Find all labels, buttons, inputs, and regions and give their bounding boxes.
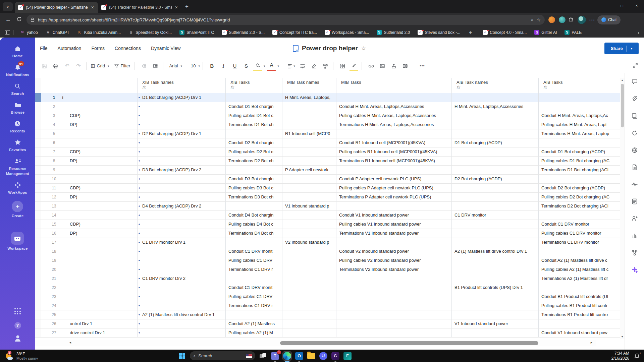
highlight-icon[interactable] bbox=[349, 61, 359, 71]
grid-cell[interactable]: ◄ bbox=[138, 229, 226, 238]
grid-cell[interactable] bbox=[67, 102, 138, 111]
grid-cell[interactable]: ◄ bbox=[138, 283, 226, 292]
grid-cell[interactable]: DP) bbox=[67, 193, 138, 201]
grid-cell[interactable] bbox=[282, 175, 336, 183]
grid-cell[interactable]: ◄ bbox=[138, 193, 226, 201]
grid-cell[interactable] bbox=[67, 175, 138, 183]
create-form-icon[interactable] bbox=[631, 164, 638, 172]
grid-cell[interactable]: ◄ bbox=[138, 138, 226, 147]
grid-cell[interactable] bbox=[336, 93, 452, 102]
underline-button[interactable]: U bbox=[230, 61, 240, 71]
grid-cell[interactable]: Conduit V1 Inbound standard pow bbox=[539, 328, 620, 337]
bookmark-item[interactable]: ✻ ChatGPT bbox=[46, 30, 69, 35]
side-panel-icon[interactable] bbox=[5, 30, 10, 35]
link-icon[interactable] bbox=[366, 61, 376, 71]
weather-widget[interactable]: 1 38°F Mostly sunny bbox=[5, 352, 72, 360]
favorite-star-icon[interactable]: ☆ bbox=[361, 45, 366, 52]
grid-cell[interactable] bbox=[67, 274, 138, 283]
grid-cell[interactable] bbox=[67, 256, 138, 265]
bookmark-item[interactable]: G Glitter AI bbox=[534, 30, 557, 35]
grid-cell[interactable]: ◄ bbox=[138, 328, 226, 337]
column-header-mib-tasks[interactable]: MIB Tasks bbox=[336, 78, 452, 93]
grid-cell[interactable] bbox=[282, 229, 336, 238]
grid-cell[interactable] bbox=[67, 238, 138, 247]
grid-cell[interactable]: ◄ bbox=[138, 220, 226, 229]
row-number[interactable]: 25⋮ bbox=[41, 310, 67, 319]
grid-cell[interactable]: ◄ bbox=[138, 319, 226, 328]
grid-cell[interactable] bbox=[67, 310, 138, 319]
grid-cell[interactable]: ◄ bbox=[138, 147, 226, 156]
grid-cell[interactable] bbox=[282, 310, 336, 319]
row-handle[interactable] bbox=[35, 184, 41, 192]
row-number[interactable]: 19⋮ bbox=[41, 256, 67, 265]
sidebar-item-search[interactable]: Search bbox=[11, 82, 24, 96]
grid-cell[interactable]: Pulling cables R1 Inbound cell (MCP0001)… bbox=[336, 147, 452, 156]
grid-cell[interactable]: D2 Bot charging (ACDP) bbox=[452, 175, 539, 183]
more-options-icon[interactable]: ••• bbox=[417, 61, 427, 71]
grid-cell[interactable] bbox=[226, 310, 282, 319]
grid-cell[interactable] bbox=[67, 129, 138, 138]
grid-cell[interactable]: Conduit D2 Bot chargin bbox=[226, 138, 282, 147]
grid-cell[interactable] bbox=[282, 193, 336, 201]
grid-cell[interactable] bbox=[452, 301, 539, 310]
forms-app[interactable]: F bbox=[343, 352, 352, 360]
grid-cell[interactable] bbox=[452, 220, 539, 229]
vertical-scrollbar[interactable]: ▲ ▼ bbox=[620, 78, 625, 339]
teams-app[interactable]: T 1 bbox=[271, 352, 279, 360]
bookmark-item[interactable]: ✉ yahoo bbox=[20, 30, 38, 35]
grid-cell[interactable]: ◄ bbox=[138, 184, 226, 192]
bookmark-item[interactable]: K Kiba Inuzuka Anim... bbox=[77, 30, 121, 35]
extension-icon-teal[interactable] bbox=[559, 16, 566, 23]
row-handle[interactable] bbox=[35, 328, 41, 337]
grid-cell[interactable] bbox=[336, 328, 452, 337]
grid-cell[interactable] bbox=[67, 211, 138, 220]
bookmark-item[interactable]: S Sutherland 2.0 bbox=[377, 30, 410, 35]
grid-cell[interactable] bbox=[67, 202, 138, 210]
grid-cell[interactable] bbox=[282, 220, 336, 229]
row-number[interactable]: 14⋮ bbox=[41, 211, 67, 220]
column-header-xib-task-names[interactable]: XIB Task namesƒx bbox=[138, 78, 226, 93]
grid-cell[interactable]: Pulling cables C1 DRV monitor bbox=[539, 229, 620, 238]
row-handle[interactable] bbox=[35, 211, 41, 220]
grid-cell[interactable] bbox=[452, 310, 539, 319]
sidebar-item-home[interactable]: Home bbox=[12, 45, 23, 58]
row-handle[interactable] bbox=[35, 120, 41, 129]
grid-cell[interactable]: ◄ bbox=[138, 256, 226, 265]
redo-icon[interactable]: ↷ bbox=[73, 61, 84, 71]
grid-cell[interactable]: ◄ bbox=[138, 301, 226, 310]
horizontal-scroll-thumb[interactable] bbox=[280, 341, 538, 345]
grid-cell[interactable]: Pulling cables D2 Bot charging (AC bbox=[539, 193, 620, 201]
grid-cell[interactable] bbox=[336, 283, 452, 292]
app-launcher-button[interactable] bbox=[14, 308, 21, 315]
grid-cell[interactable] bbox=[226, 93, 282, 102]
connections-icon[interactable] bbox=[631, 249, 638, 257]
scroll-left-icon[interactable]: ◄ bbox=[69, 341, 72, 344]
share-button[interactable]: Share▾ bbox=[604, 43, 639, 54]
sidebar-item-recents[interactable]: Recents bbox=[10, 120, 25, 133]
grid-cell[interactable]: DP) bbox=[67, 157, 138, 165]
task-view-button[interactable] bbox=[259, 352, 267, 360]
grid-cell[interactable]: Terminations R1 Inbound cell (MCP0001)(4… bbox=[336, 157, 452, 165]
grid-cell[interactable]: Terminations C1 DRV r bbox=[226, 265, 282, 274]
bookmark-item[interactable]: ⊙ Speedtest by Ookl... bbox=[128, 30, 172, 35]
sidebar-item-workapps[interactable]: WorkApps bbox=[8, 181, 27, 195]
bookmark-item[interactable]: S SharePoint ITC bbox=[179, 30, 214, 35]
bookmark-item[interactable]: S PALE bbox=[565, 30, 582, 35]
grid-cell[interactable]: Terminations H Mint. Areas, Laptops,Acce… bbox=[336, 120, 452, 129]
grid-cell[interactable]: D1 Bot charging (ACDP) bbox=[452, 138, 539, 147]
grid-cell[interactable] bbox=[452, 129, 539, 138]
update-requests-icon[interactable] bbox=[631, 130, 638, 138]
grid-cell[interactable] bbox=[226, 202, 282, 210]
grid-cell[interactable] bbox=[539, 319, 620, 328]
row-handle[interactable] bbox=[35, 229, 41, 238]
grid-cell[interactable] bbox=[67, 166, 138, 174]
grid-cell[interactable] bbox=[282, 184, 336, 192]
grid-cell[interactable]: ◄ bbox=[138, 247, 226, 256]
grid-cell[interactable]: ◄ bbox=[138, 265, 226, 274]
grid-cell[interactable] bbox=[452, 111, 539, 120]
grid-cell[interactable] bbox=[282, 157, 336, 165]
extensions-puzzle-icon[interactable] bbox=[568, 16, 574, 23]
row-number[interactable]: 21⋮ bbox=[41, 274, 67, 283]
grid-cell[interactable] bbox=[282, 102, 336, 111]
column-header-mib-task-names[interactable]: MIB Task names bbox=[282, 78, 336, 93]
